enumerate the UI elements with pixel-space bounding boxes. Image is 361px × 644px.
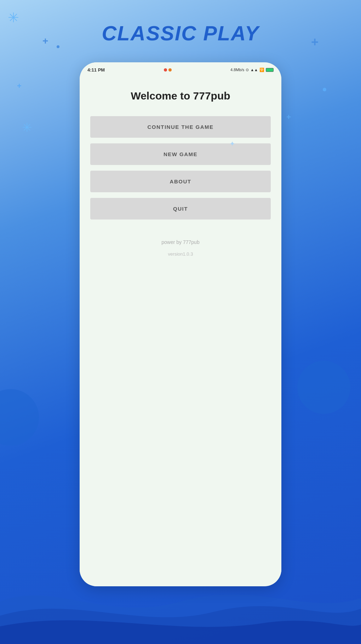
status-right-icons: 4.8Mb/s ⊙ ▲▲ 🛜 [230, 68, 274, 72]
indicator-dot-orange [168, 68, 172, 72]
version-text: version1.0.3 [168, 251, 193, 257]
status-bar: 4:11 PM 4.8Mb/s ⊙ ▲▲ 🛜 [80, 62, 281, 76]
dot-decoration-2 [323, 88, 326, 91]
phone-mockup: 4:11 PM 4.8Mb/s ⊙ ▲▲ 🛜 ✦ Welcome to 777p… [80, 62, 281, 586]
continue-game-button[interactable]: CONTINUE THE GAME [90, 116, 271, 138]
dot-decoration-1 [57, 45, 59, 48]
phone-content-area: Welcome to 777pub CONTINUE THE GAME NEW … [80, 76, 281, 586]
circle-decoration-right [297, 361, 350, 414]
circle-decoration-left [0, 389, 39, 446]
snowflake-decoration-2: ✳ [22, 120, 32, 135]
powered-by-text: power by 777pub [161, 239, 199, 245]
plus-decoration-3: + [17, 81, 22, 91]
status-indicators [164, 68, 172, 72]
page-title: CLASSIC PLAY [0, 21, 361, 45]
status-time: 4:11 PM [87, 67, 105, 73]
new-game-button[interactable]: NEW GAME [90, 143, 271, 165]
battery-icon [266, 68, 274, 72]
welcome-title: Welcome to 777pub [131, 90, 230, 102]
wifi-icon: 🛜 [259, 68, 264, 72]
signal-icon: ▲▲ [250, 68, 258, 72]
indicator-dot-red [164, 68, 167, 72]
quit-button[interactable]: QUIT [90, 198, 271, 220]
network-speed: 4.8Mb/s [230, 68, 244, 72]
about-button[interactable]: ABOUT [90, 171, 271, 192]
plus-decoration-4: + [286, 113, 291, 122]
sparkle-decoration: ✦ [229, 139, 235, 148]
clock-icon: ⊙ [246, 68, 249, 72]
